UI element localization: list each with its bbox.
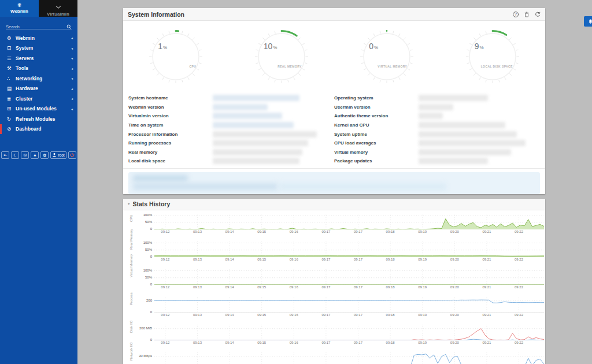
caret-left-icon: ◂ xyxy=(71,96,73,101)
info-column-right: Operating systemUsermin versionAuthentic… xyxy=(334,94,540,166)
power-icon xyxy=(70,153,75,158)
x-tick-label: 09:21 xyxy=(482,230,491,233)
sidebar-item-webmin[interactable]: ⚙Webmin◂ xyxy=(0,33,77,43)
x-tick-label: 09:20 xyxy=(450,230,459,233)
x-tick-label: 09:13 xyxy=(193,230,202,233)
hardware-icon: ▤ xyxy=(7,86,16,91)
collapse-sidebar-button[interactable]: ⇤ xyxy=(1,151,9,159)
x-tick-label: 09:14 xyxy=(225,258,234,261)
tab-virtualmin[interactable]: Virtualmin xyxy=(39,0,77,17)
sidebar-item-label: Webmin xyxy=(16,35,71,41)
info-value-redacted xyxy=(419,140,540,146)
x-tick-label: 09:16 xyxy=(290,341,298,344)
networking-icon: ∴ xyxy=(7,76,16,81)
help-icon[interactable]: ? xyxy=(513,12,519,17)
caret-left-icon: ◂ xyxy=(71,46,73,50)
table-row: CPU load averages xyxy=(334,139,540,148)
sidebar-menu: ⚙Webmin◂⊡System◂☰Servers◂⚒Tools◂∴Network… xyxy=(0,33,77,134)
divider xyxy=(123,168,545,169)
info-value-redacted xyxy=(419,131,540,138)
y-tick-label: 100% xyxy=(143,241,152,244)
gauge-cpu: 1%CPU xyxy=(147,27,205,89)
table-row: Kernel and CPU xyxy=(334,121,540,130)
info-value-redacted xyxy=(213,104,334,110)
logout-button[interactable] xyxy=(68,151,76,159)
info-value-redacted xyxy=(213,113,334,119)
tab-webmin[interactable]: ❋ Webmin xyxy=(0,0,39,17)
sidebar-item-servers[interactable]: ☰Servers◂ xyxy=(0,53,77,64)
x-tick-label: 09:20 xyxy=(450,258,459,261)
sidebar-item-label: Dashboard xyxy=(16,126,73,132)
sidebar-item-networking[interactable]: ∴Networking◂ xyxy=(0,73,77,84)
chart-ylabel: Network I/O xyxy=(130,342,133,361)
info-label-real-memory: Real memory xyxy=(128,150,213,155)
chart-ylabel: CPU xyxy=(130,214,133,222)
x-tick-label: 09:22 xyxy=(515,341,523,344)
notifications-button[interactable] xyxy=(584,16,592,27)
x-tick-label: 09:15 xyxy=(257,230,266,233)
x-tick-label: 09:16 xyxy=(290,230,298,233)
series-process-count xyxy=(154,300,544,303)
x-tick-label: 09:18 xyxy=(386,230,395,233)
x-tick-label: 09:19 xyxy=(418,230,427,233)
sidebar-item-refresh-modules[interactable]: ↻Refresh Modules xyxy=(0,114,77,124)
mail-button[interactable]: ✉ xyxy=(21,151,29,159)
x-tick-label: 09:12 xyxy=(161,313,169,317)
user-button[interactable]: root xyxy=(50,151,66,159)
sidebar-item-dashboard[interactable]: ⊘Dashboard xyxy=(0,124,77,135)
chart-ylabel: Virtual Memory xyxy=(130,254,133,277)
search-input[interactable] xyxy=(6,23,64,31)
gauge-label: LOCAL DISK SPACE xyxy=(481,65,513,68)
x-tick-label: 09:13 xyxy=(193,258,202,261)
dashboard-icon: ⊘ xyxy=(7,126,16,132)
x-tick-label: 09:17 xyxy=(354,258,362,261)
x-tick-label: 09:18 xyxy=(386,341,395,344)
sidebar-item-label: Servers xyxy=(16,55,71,61)
info-label-running-processes: Running processes xyxy=(128,140,213,146)
main-content: System Information ? 1%CPU10%REAL MEMORY… xyxy=(123,8,545,364)
caret-left-icon: ◂ xyxy=(71,76,73,80)
x-tick-label: 09:17 xyxy=(321,285,330,289)
y-tick-label: 200 MiB xyxy=(139,326,152,330)
chart-disk-io: Disk I/O200 MiB009:1209:1309:1409:1509:1… xyxy=(128,325,545,346)
theme-button[interactable]: ✿ xyxy=(40,151,49,159)
x-tick-label: 09:12 xyxy=(161,230,169,233)
caret-left-icon: ◂ xyxy=(71,36,73,40)
night-mode-button[interactable]: ☾ xyxy=(11,151,19,159)
sidebar: ❋ Webmin Virtualmin ⚙Webmin◂⊡System◂☰Ser… xyxy=(0,0,77,364)
user-icon xyxy=(52,153,57,158)
collapse-stats-icon: ▾ xyxy=(128,202,130,206)
x-tick-label: 09:19 xyxy=(418,285,427,289)
info-value-redacted xyxy=(419,149,540,155)
table-row: Running processes xyxy=(128,139,334,148)
trash-icon[interactable] xyxy=(524,12,530,17)
palette-icon: ✿ xyxy=(43,153,46,158)
sidebar-item-tools[interactable]: ⚒Tools◂ xyxy=(0,64,77,74)
x-tick-label: 09:21 xyxy=(482,285,491,289)
unused-modules-icon: ⊞ xyxy=(7,106,16,112)
info-label-virtual-memory: Virtual memory xyxy=(334,150,419,155)
collapse-sidebar-icon: ⇤ xyxy=(3,153,7,158)
info-banner xyxy=(128,172,540,194)
y-tick-label: 0 xyxy=(150,283,152,286)
sidebar-item-un-used-modules[interactable]: ⊞Un-used Modules◂ xyxy=(0,104,77,114)
system-information-panel: System Information ? 1%CPU10%REAL MEMORY… xyxy=(123,8,545,194)
star-icon: ★ xyxy=(33,153,36,158)
x-tick-label: 09:19 xyxy=(418,341,427,344)
info-label-local-disk-space: Local disk space xyxy=(128,158,213,164)
y-tick-label: 0 xyxy=(150,310,152,314)
sidebar-item-label: Tools xyxy=(16,65,71,71)
gauge-local-disk-space: 9%LOCAL DISK SPACE xyxy=(464,27,521,89)
refresh-icon[interactable] xyxy=(535,12,541,17)
page-title: System Information xyxy=(128,11,184,18)
gauge-real-memory: 10%REAL MEMORY xyxy=(253,27,310,89)
x-tick-label: 09:21 xyxy=(482,258,491,261)
sidebar-item-cluster[interactable]: ≣Cluster◂ xyxy=(0,94,77,104)
sidebar-item-system[interactable]: ⊡System◂ xyxy=(0,43,77,54)
stats-history-header[interactable]: ▾ Stats History xyxy=(123,199,545,210)
favorites-button[interactable]: ★ xyxy=(31,151,39,159)
chart-cpu: CPU100%50%009:1209:1309:1409:1509:1609:1… xyxy=(128,214,545,235)
sidebar-item-hardware[interactable]: ▤Hardware◂ xyxy=(0,84,77,94)
y-tick-label: 200 xyxy=(146,299,152,302)
table-row: Processor information xyxy=(128,129,334,139)
